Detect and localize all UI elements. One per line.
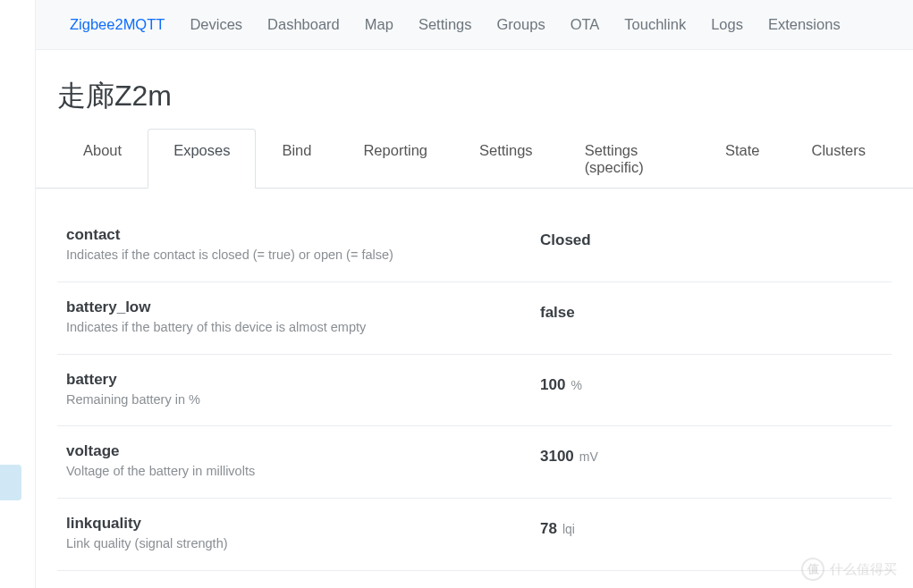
expose-value: 100 [540,376,565,394]
expose-value: 78 [540,520,557,538]
expose-left: voltage Voltage of the battery in milliv… [66,442,540,482]
tab-state[interactable]: State [699,129,786,189]
expose-row-voltage: voltage Voltage of the battery in milliv… [57,426,892,499]
expose-row-linkquality: linkquality Link quality (signal strengt… [57,499,892,571]
nav-item-groups[interactable]: Groups [497,16,545,33]
tab-settings-specific[interactable]: Settings (specific) [559,129,699,189]
nav-item-extensions[interactable]: Extensions [768,16,841,33]
expose-left: contact Indicates if the contact is clos… [66,226,540,265]
expose-description: Remaining battery in % [66,391,540,410]
expose-right: false [540,298,883,322]
expose-value: Closed [540,231,591,249]
expose-left: linkquality Link quality (signal strengt… [66,515,540,554]
tab-reporting[interactable]: Reporting [337,129,453,189]
expose-description: Indicates if the battery of this device … [66,318,540,338]
sidebar-accent [0,465,21,500]
expose-name: contact [66,226,540,244]
tab-exposes[interactable]: Exposes [148,129,256,189]
tab-about[interactable]: About [57,129,148,189]
expose-name: battery_low [66,298,540,316]
expose-name: voltage [66,442,540,460]
expose-description: Indicates if the contact is closed (= tr… [66,246,540,265]
expose-description: Voltage of the battery in millivolts [66,462,540,482]
expose-right: 78 lqi [540,515,883,538]
expose-value: 3100 [540,448,574,466]
tab-bind[interactable]: Bind [256,129,337,189]
expose-unit: lqi [562,522,575,536]
tab-clusters[interactable]: Clusters [785,129,892,189]
nav-item-devices[interactable]: Devices [190,16,242,33]
expose-right: 100 % [540,371,883,394]
app-left-sidebar [0,0,36,588]
expose-name: linkquality [66,515,540,533]
exposes-panel: contact Indicates if the contact is clos… [57,189,892,571]
expose-right: Closed [540,226,883,249]
page-title: 走廊Z2m [36,71,913,129]
expose-unit: % [571,378,581,392]
nav-item-touchlink[interactable]: Touchlink [624,16,686,33]
nav-item-settings[interactable]: Settings [418,16,472,33]
expose-row-contact: contact Indicates if the contact is clos… [57,215,892,282]
expose-right: 3100 mV [540,442,883,466]
expose-row-battery: battery Remaining battery in % 100 % [57,355,892,427]
content-area: 走廊Z2m About Exposes Bind Reporting Setti… [36,50,913,571]
top-nav: Zigbee2MQTT Devices Dashboard Map Settin… [36,0,913,50]
expose-value: false [540,304,575,322]
nav-item-map[interactable]: Map [365,16,393,33]
expose-left: battery Remaining battery in % [66,371,540,410]
nav-item-dashboard[interactable]: Dashboard [267,16,340,33]
device-tabs: About Exposes Bind Reporting Settings Se… [36,129,913,189]
expose-unit: mV [579,449,598,464]
expose-description: Link quality (signal strength) [66,534,540,554]
expose-name: battery [66,371,540,389]
nav-item-ota[interactable]: OTA [571,16,600,33]
expose-left: battery_low Indicates if the battery of … [66,298,540,338]
expose-row-battery-low: battery_low Indicates if the battery of … [57,282,892,355]
nav-brand[interactable]: Zigbee2MQTT [70,16,165,33]
nav-item-logs[interactable]: Logs [711,16,743,33]
tab-settings[interactable]: Settings [453,129,559,189]
main-wrapper: Zigbee2MQTT Devices Dashboard Map Settin… [36,0,913,588]
